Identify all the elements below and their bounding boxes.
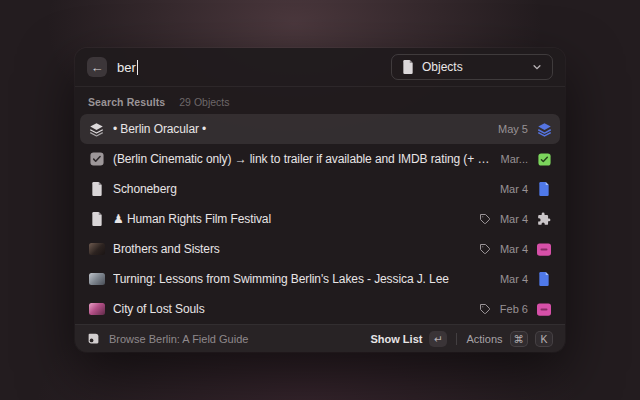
document-icon bbox=[402, 60, 414, 74]
result-title: Brothers and Sisters bbox=[113, 242, 471, 256]
text-caret bbox=[137, 60, 139, 75]
page-icon bbox=[88, 212, 105, 226]
result-date: Mar 4 bbox=[500, 273, 528, 285]
result-row[interactable]: • Berlin Oracular • May 5 bbox=[80, 114, 560, 144]
context-title: Browse Berlin: A Field Guide bbox=[109, 333, 248, 345]
checkbox-icon-green bbox=[536, 153, 552, 166]
result-date: Mar... bbox=[500, 153, 528, 165]
tag-icon bbox=[479, 213, 491, 225]
result-title: City of Lost Souls bbox=[113, 302, 471, 316]
image-thumbnail bbox=[88, 243, 105, 255]
checkbox-icon bbox=[88, 152, 105, 166]
page-icon bbox=[88, 182, 105, 196]
k-key-badge: K bbox=[535, 331, 553, 347]
result-title: • Berlin Oracular • bbox=[113, 122, 490, 136]
tag-icon bbox=[479, 243, 491, 255]
result-title: Turning: Lessons from Swimming Berlin's … bbox=[113, 272, 492, 286]
chevron-down-icon bbox=[532, 62, 542, 72]
footer-divider bbox=[456, 333, 457, 345]
search-palette: ← ber Objects Search Results 29 Objects … bbox=[75, 48, 565, 352]
cmd-key-badge: ⌘ bbox=[510, 331, 529, 347]
result-date: Mar 4 bbox=[500, 213, 528, 225]
enter-key-badge: ↵ bbox=[429, 331, 447, 347]
results-count: 29 Objects bbox=[179, 96, 229, 108]
result-title: Schoneberg bbox=[113, 182, 492, 196]
result-row[interactable]: Schoneberg Mar 4 bbox=[80, 174, 560, 204]
media-icon-pink bbox=[536, 243, 552, 256]
back-button[interactable]: ← bbox=[87, 57, 107, 77]
search-query-text: ber bbox=[117, 60, 136, 75]
result-date: May 5 bbox=[498, 123, 528, 135]
image-thumbnail bbox=[88, 273, 105, 285]
object-type-dropdown[interactable]: Objects bbox=[391, 54, 553, 80]
result-row[interactable]: Turning: Lessons from Swimming Berlin's … bbox=[80, 264, 560, 294]
puzzle-icon bbox=[536, 212, 552, 226]
media-icon-pink bbox=[536, 303, 552, 316]
result-row[interactable]: City of Lost Souls Feb 6 bbox=[80, 294, 560, 324]
image-thumbnail bbox=[88, 303, 105, 315]
actions-button[interactable]: Actions bbox=[466, 333, 502, 345]
search-input[interactable]: ber bbox=[117, 60, 138, 75]
layers-icon-blue bbox=[536, 122, 552, 137]
app-logo-icon bbox=[87, 332, 100, 345]
page-icon-blue bbox=[536, 272, 552, 286]
tag-icon bbox=[479, 303, 491, 315]
result-date: Mar 4 bbox=[500, 243, 528, 255]
palette-footer: Browse Berlin: A Field Guide Show List ↵… bbox=[75, 324, 565, 352]
back-arrow-icon: ← bbox=[91, 61, 104, 74]
layers-icon bbox=[88, 122, 105, 137]
result-row[interactable]: ♟ Human Rights Film Festival Mar 4 bbox=[80, 204, 560, 234]
dropdown-label: Objects bbox=[422, 60, 463, 74]
result-date: Feb 6 bbox=[500, 303, 528, 315]
result-title: ♟ Human Rights Film Festival bbox=[113, 212, 471, 226]
result-title: (Berlin Cinematic only) → link to traile… bbox=[113, 152, 492, 166]
page-icon-blue bbox=[536, 182, 552, 196]
show-list-button[interactable]: Show List bbox=[370, 333, 422, 345]
results-section-header: Search Results 29 Objects bbox=[80, 87, 560, 114]
results-title: Search Results bbox=[88, 96, 165, 108]
result-date: Mar 4 bbox=[500, 183, 528, 195]
results-list: Search Results 29 Objects • Berlin Oracu… bbox=[75, 87, 565, 324]
result-row[interactable]: Brothers and Sisters Mar 4 bbox=[80, 234, 560, 264]
result-row[interactable]: (Berlin Cinematic only) → link to traile… bbox=[80, 144, 560, 174]
search-header: ← ber Objects bbox=[75, 48, 565, 87]
